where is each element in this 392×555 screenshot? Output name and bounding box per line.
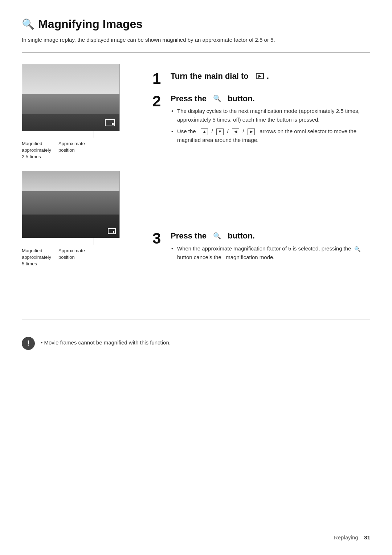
page-subtitle: In single image replay, the displayed im… bbox=[22, 36, 370, 44]
photo-land-2 bbox=[22, 215, 119, 238]
image-block-2: Magnified approximately 5 times Approxim… bbox=[22, 171, 138, 268]
footer-page-number: 81 bbox=[364, 534, 370, 540]
note-text-content: Movie frames cannot be magnified with th… bbox=[44, 339, 171, 346]
step-3-title-prefix: Press the bbox=[171, 231, 207, 241]
image-block-1: Magnified approximately 2.5 times Approx… bbox=[22, 64, 138, 160]
step-3-title-suffix: button. bbox=[228, 231, 255, 241]
note-list: • Movie frames cannot be magnified with … bbox=[41, 337, 171, 347]
step-3-bullet1-suffix: magnification mode. bbox=[226, 254, 274, 260]
step-2-title: Press the 🔍 button. bbox=[171, 94, 370, 104]
step-3-title: Press the 🔍 button. bbox=[171, 231, 370, 241]
play-mode-icon: ▶ bbox=[256, 73, 264, 79]
photo-2 bbox=[22, 171, 120, 238]
step-3: 3 Press the 🔍 button. When the approxima… bbox=[152, 231, 370, 265]
step-2-title-prefix: Press the bbox=[171, 94, 207, 104]
position-indicator-2 bbox=[108, 228, 116, 234]
indicator-dot-2 bbox=[113, 231, 114, 233]
step-3-bullet-1: When the approximate magnification facto… bbox=[171, 244, 370, 262]
step-2-content: Press the 🔍 button. The display cycles t… bbox=[171, 94, 370, 148]
photo-sky-1 bbox=[22, 64, 119, 94]
caption-right-1: Approximate position bbox=[58, 140, 85, 160]
step-2-bullet2-prefix: Use the bbox=[177, 128, 196, 134]
content-wrapper: Magnified approximately 2.5 times Approx… bbox=[22, 53, 370, 276]
right-column: 1 Turn the main dial to ▶ . 2 Press the bbox=[138, 53, 370, 276]
page-title-row: 🔍 Magnifying Images bbox=[22, 17, 370, 31]
magnify-icon-large: 🔍 bbox=[22, 18, 34, 30]
photo-water-2 bbox=[22, 191, 119, 215]
step-number-2: 2 bbox=[152, 94, 164, 109]
page-title: Magnifying Images bbox=[38, 17, 143, 31]
indicator-dot-1 bbox=[112, 123, 114, 125]
step-1-title: Turn the main dial to ▶ . bbox=[171, 71, 370, 82]
image-caption-2: Magnified approximately 5 times Approxim… bbox=[22, 248, 138, 268]
step-2: 2 Press the 🔍 button. The display cycles… bbox=[152, 94, 370, 148]
step-3-bullet1-middle: button cancels the bbox=[177, 254, 221, 260]
page-footer: Replaying 81 bbox=[334, 534, 370, 540]
arrow-left-icon: ◀ bbox=[232, 128, 239, 135]
page: 🔍 Magnifying Images In single image repl… bbox=[0, 0, 392, 555]
left-column: Magnified approximately 2.5 times Approx… bbox=[22, 53, 138, 276]
footer-section-label: Replaying bbox=[334, 534, 358, 540]
step-3-content: Press the 🔍 button. When the approximate… bbox=[171, 231, 370, 265]
arrow-right-icon: ▶ bbox=[248, 128, 255, 135]
step-1-content: Turn the main dial to ▶ . bbox=[171, 71, 370, 85]
caption-left-2: Magnified approximately 5 times bbox=[22, 248, 51, 268]
step-2-bullet-1: The display cycles to the next magnifica… bbox=[171, 107, 370, 124]
magnify-icon-step3-inline: 🔍 bbox=[354, 245, 360, 253]
note-bullet: • bbox=[41, 339, 44, 346]
step-1-title-suffix: . bbox=[267, 71, 269, 82]
arrow-down-icon: ▼ bbox=[216, 128, 224, 135]
step-number-1: 1 bbox=[152, 71, 164, 86]
step-1-title-text: Turn the main dial to bbox=[171, 71, 249, 82]
photo-water-1 bbox=[22, 94, 119, 114]
magnify-icon-step2: 🔍 bbox=[213, 94, 221, 103]
caption-left-1: Magnified approximately 2.5 times bbox=[22, 140, 51, 160]
step-2-body: The display cycles to the next magnifica… bbox=[171, 107, 370, 144]
caption-right-2: Approximate position bbox=[58, 248, 85, 268]
step-2-bullet-2: Use the ▲ / ▼ / ◀ / ▶ arrows o bbox=[171, 127, 370, 144]
step-1: 1 Turn the main dial to ▶ . bbox=[152, 60, 370, 86]
step-3-bullet1-prefix: When the approximate magnification facto… bbox=[177, 245, 351, 252]
bottom-divider bbox=[22, 319, 370, 319]
magnify-icon-step3: 🔍 bbox=[213, 232, 221, 240]
step-3-body: When the approximate magnification facto… bbox=[171, 244, 370, 262]
note-section: ! • Movie frames cannot be magnified wit… bbox=[22, 330, 370, 350]
step-number-3: 3 bbox=[152, 231, 164, 246]
step-2-title-suffix: button. bbox=[228, 94, 255, 104]
note-icon: ! bbox=[22, 337, 35, 350]
image-caption-1: Magnified approximately 2.5 times Approx… bbox=[22, 140, 138, 160]
position-indicator-1 bbox=[105, 119, 115, 126]
photo-1 bbox=[22, 64, 120, 131]
arrow-up-icon: ▲ bbox=[201, 128, 208, 135]
photo-sky-2 bbox=[22, 171, 119, 191]
